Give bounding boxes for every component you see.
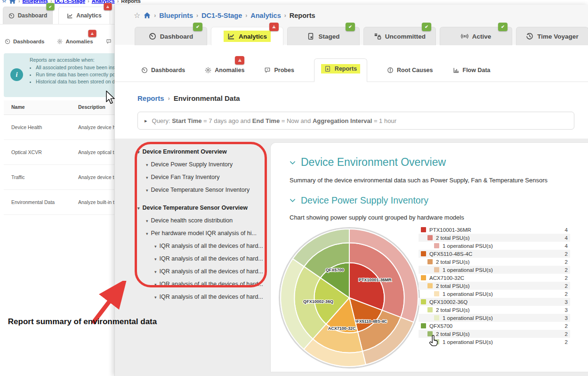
broadcast-icon	[461, 33, 468, 40]
legend-row[interactable]: QFX5110-48S-4C2	[419, 250, 570, 258]
subtab-reports[interactable]: Reports	[314, 58, 367, 82]
legend-swatch[interactable]	[421, 227, 426, 232]
caret-down-icon[interactable]: ▾	[154, 294, 157, 301]
tree-item[interactable]: ▾Device health score distribution	[137, 218, 268, 224]
chevron-down-icon[interactable]	[290, 195, 296, 206]
legend-row[interactable]: 2 total PSU(s)4	[419, 234, 570, 242]
chevron-down-icon[interactable]	[290, 156, 296, 169]
favorite-star-icon[interactable]: ☆	[2, 0, 7, 4]
tab-uncommitted[interactable]: Uncommitted	[363, 27, 436, 45]
legend-swatch[interactable]	[427, 307, 433, 312]
tab-active[interactable]: Active	[440, 27, 512, 45]
home-icon	[144, 12, 151, 19]
legend-row[interactable]: 1 operational PSU(s)2	[419, 338, 570, 346]
tab-time-voyager[interactable]: Time Voyager	[516, 27, 588, 45]
legend-row[interactable]: 1 operational PSU(s)2	[419, 266, 570, 274]
legend-row[interactable]: 2 total PSU(s)2	[419, 258, 570, 266]
caret-down-icon[interactable]: ▾	[146, 218, 148, 224]
legend-row[interactable]: 2 total PSU(s)3	[419, 306, 570, 314]
legend-swatch[interactable]	[434, 291, 439, 296]
tree-item[interactable]: ▾Per hardware model IQR analysis of hi..…	[137, 230, 268, 237]
favorite-star-icon[interactable]: ☆	[134, 11, 140, 20]
legend-row[interactable]: 1 operational PSU(s)3	[419, 314, 570, 322]
legend-row[interactable]: PTX10001-36MR4	[419, 226, 570, 234]
section-title: Device Environment Overview	[301, 156, 446, 169]
subtab-probes[interactable]: Probes	[264, 67, 294, 82]
legend-swatch[interactable]	[427, 331, 433, 336]
psu-sunburst-chart[interactable]: PTX10001-36MRQFX5110-48S-4CACX7100-32CQF…	[278, 227, 420, 369]
tab-label: Dashboard	[18, 12, 48, 19]
tree-item[interactable]: ▾IQR analysis of all the devices of hard…	[137, 256, 268, 262]
caret-down-icon[interactable]: ▾	[154, 269, 157, 275]
legend-row[interactable]: 2 total PSU(s)2	[419, 330, 570, 338]
legend-row[interactable]: QFX57002	[419, 322, 570, 330]
section-heading-power-supply-inventory[interactable]: Device Power Supply Inventory	[290, 195, 588, 206]
legend-swatch[interactable]	[434, 315, 439, 320]
tab-analytics[interactable]: Analytics	[58, 7, 110, 24]
tree-section-title[interactable]: ▾Device Environment Overview	[137, 149, 268, 155]
legend-swatch[interactable]	[421, 323, 426, 328]
caret-down-icon[interactable]: ▾	[137, 205, 140, 212]
caret-down-icon[interactable]: ▾	[154, 244, 157, 250]
breadcrumb-link[interactable]: DC1-5-Stage	[55, 0, 85, 4]
query-bar[interactable]: ▸ Query: Start Time = 7 days ago and End…	[137, 112, 574, 130]
legend-swatch[interactable]	[421, 275, 426, 280]
legend-row[interactable]: 1 operational PSU(s)4	[419, 242, 570, 250]
tree-item[interactable]: ▾IQR analysis of all the devices of hard…	[137, 281, 268, 288]
caret-down-icon[interactable]: ▾	[146, 231, 148, 237]
main-window: ☆›Blueprints›DC1-5-Stage›Analytics›Repor…	[114, 5, 588, 376]
legend-row[interactable]: 1 operational PSU(s)2	[419, 290, 570, 298]
legend-label: 2 total PSU(s)	[436, 307, 470, 313]
tree-item[interactable]: ▾IQR analysis of all the devices of hard…	[137, 294, 268, 301]
expand-caret-icon[interactable]: ▸	[145, 118, 147, 124]
subtab-anomalies[interactable]: Anomalies	[57, 39, 93, 44]
breadcrumb-link-reports[interactable]: Reports	[137, 94, 164, 102]
breadcrumb-link[interactable]: Blueprints	[159, 12, 193, 19]
tree-item[interactable]: ▾IQR analysis of all the devices of hard…	[137, 243, 268, 250]
tab-dashboard[interactable]: Dashboard	[3, 7, 53, 24]
tree-item[interactable]: ▾Device Fan Tray Inventory	[137, 174, 268, 181]
caret-down-icon[interactable]: ▾	[154, 282, 157, 288]
breadcrumb-small[interactable]: ☆›Blueprints›DC1-5-Stage›Analytics›Repor…	[2, 0, 141, 4]
legend-swatch[interactable]	[427, 235, 433, 240]
legend-row[interactable]: QFX10002-36Q3	[419, 298, 570, 306]
legend-row[interactable]: 2 total PSU(s)2	[419, 282, 570, 290]
column-header[interactable]: Description	[78, 104, 105, 110]
caret-down-icon[interactable]: ▾	[154, 256, 157, 262]
legend-swatch[interactable]	[434, 243, 439, 248]
subtab-root-causes[interactable]: Root Causes	[387, 67, 433, 82]
legend-swatch[interactable]	[421, 299, 426, 304]
tree-item[interactable]: ▾Device Temperature Sensor Inventory	[137, 187, 268, 194]
legend-row[interactable]: ACX7100-32C2	[419, 274, 570, 282]
tab-analytics[interactable]: Analytics	[211, 27, 283, 45]
breadcrumb-link[interactable]: DC1-5-Stage	[201, 12, 242, 19]
legend-swatch[interactable]	[427, 259, 433, 264]
caret-down-icon[interactable]: ▾	[137, 149, 140, 155]
caret-down-icon[interactable]: ▾	[146, 188, 148, 194]
analytics-panel: DashboardsAnomaliesProbesReportsRoot Cau…	[115, 45, 588, 376]
tree-item[interactable]: ▾IQR analysis of all the devices of hard…	[137, 269, 268, 275]
query-text: Query: Start Time = 7 days ago and End T…	[152, 117, 396, 124]
breadcrumb-link[interactable]: Analytics	[250, 12, 281, 19]
caret-down-icon[interactable]: ▾	[146, 175, 148, 181]
breadcrumb-current: Reports	[121, 0, 141, 4]
tab-staged[interactable]: Staged	[287, 27, 360, 45]
breadcrumb-link[interactable]: Blueprints	[23, 0, 48, 4]
legend-swatch[interactable]	[421, 251, 426, 256]
subtab-dashboards[interactable]: Dashboards	[141, 67, 185, 82]
tree-section-title[interactable]: ▾Device Temperature Sensor Overview	[137, 205, 268, 212]
legend-swatch[interactable]	[434, 339, 439, 344]
section-heading-environment-overview[interactable]: Device Environment Overview	[290, 156, 588, 169]
table-cell: Environmental Data	[11, 199, 78, 205]
column-header[interactable]: Name	[11, 104, 78, 110]
subtab-anomalies[interactable]: Anomalies	[205, 67, 244, 82]
caret-down-icon[interactable]: ▾	[146, 162, 148, 168]
tree-label: IQR analysis of all the devices of hard.…	[160, 243, 263, 249]
breadcrumb-current: Environmental Data	[174, 94, 240, 102]
tree-item[interactable]: ▾Device Power Supply Inventory	[137, 162, 268, 168]
legend-swatch[interactable]	[427, 283, 433, 288]
legend-swatch[interactable]	[434, 267, 439, 272]
subtab-dashboards[interactable]: Dashboards	[5, 39, 44, 44]
tab-dashboard[interactable]: Dashboard	[135, 27, 207, 45]
subtab-flow-data[interactable]: Flow Data	[453, 67, 491, 82]
